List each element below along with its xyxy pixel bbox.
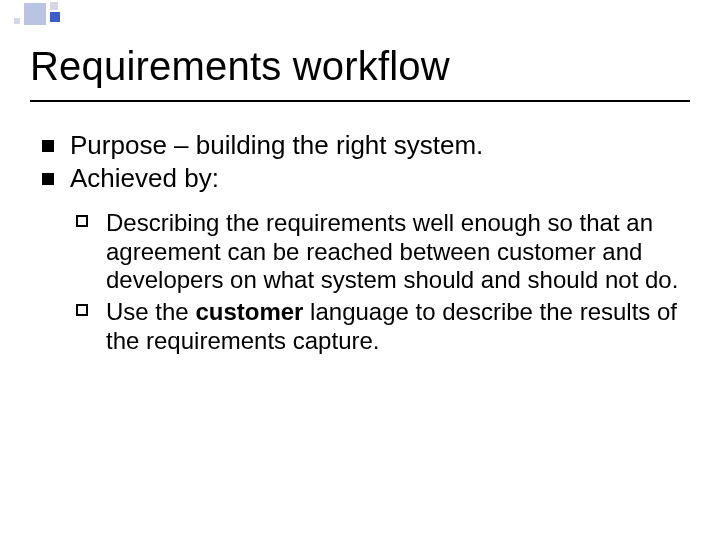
bullet-text: Achieved by: (70, 163, 219, 193)
square-bullet-icon (42, 173, 54, 185)
bullet-level1: Purpose – building the right system. (40, 130, 680, 161)
bullet-text: Describing the requirements well enough … (106, 209, 678, 293)
bullet-level2: Use the customer language to describe th… (40, 298, 680, 355)
bullet-level1: Achieved by: (40, 163, 680, 194)
hollow-square-bullet-icon (76, 304, 88, 316)
hollow-square-bullet-icon (76, 215, 88, 227)
slide: Requirements workflow Purpose – building… (0, 0, 720, 540)
corner-decoration (0, 0, 96, 28)
sub-bullets: Describing the requirements well enough … (40, 209, 680, 355)
bullet-text: Use the customer language to describe th… (106, 298, 677, 353)
slide-body: Purpose – building the right system. Ach… (40, 130, 680, 359)
square-bullet-icon (42, 140, 54, 152)
bullet-text: Purpose – building the right system. (70, 130, 483, 160)
bullet-level2: Describing the requirements well enough … (40, 209, 680, 294)
slide-title: Requirements workflow (30, 44, 690, 89)
title-underline (30, 100, 690, 102)
